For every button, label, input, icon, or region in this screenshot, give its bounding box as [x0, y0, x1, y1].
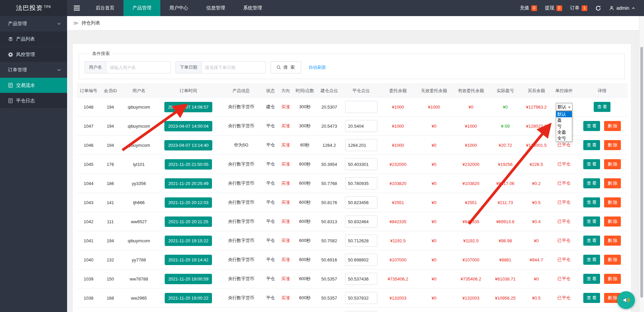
nav-item-4[interactable]: 系统管理 — [234, 0, 271, 16]
close-point-input[interactable] — [345, 177, 377, 189]
column-header: 详情 — [577, 84, 628, 98]
order-time-button[interactable]: 2021-11-20 20:25:49 — [165, 178, 212, 189]
order-time-button[interactable]: 2021-11-20 19:00:59 — [165, 274, 212, 284]
close-point-input[interactable] — [345, 254, 377, 266]
app-header: 法巴投资TP6 后台首页产品管理用户中心信息管理系统管理 充值0提现0订单1 a… — [0, 0, 644, 16]
order-date-input[interactable] — [202, 61, 266, 73]
app-logo: 法巴投资TP6 — [0, 0, 67, 16]
cell-open-point: 1264.2 — [317, 136, 342, 155]
close-point-input[interactable] — [345, 139, 377, 151]
delete-button[interactable]: 删除 — [604, 121, 621, 131]
sidebar-item-3[interactable]: 订单管理 — [0, 62, 67, 78]
cell-detail: 查看 删除 — [577, 117, 628, 136]
cell-control: 已平仓 — [551, 155, 577, 174]
view-button[interactable]: 查看 — [583, 178, 600, 188]
view-button[interactable]: 查看 — [583, 121, 600, 131]
cell-detail: 查看 删除 — [577, 193, 628, 212]
cell-duration: 600秒 — [293, 212, 317, 231]
table-row: 1042 111 ww8527 2021-11-20 20:11:25 央行数字… — [77, 212, 628, 231]
delete-button[interactable]: 删除 — [604, 216, 621, 227]
nav-item-1[interactable]: 产品管理 — [123, 0, 160, 16]
order-time-button[interactable]: 2021-11-20 19:00:22 — [165, 293, 212, 303]
order-time-button[interactable]: 2021-11-20 21:50:05 — [165, 159, 212, 170]
close-point-input[interactable] — [345, 120, 377, 132]
cell-status: 平仓 — [263, 269, 278, 289]
order-time-button[interactable]: 2021-11-20 20:11:25 — [165, 216, 212, 227]
auto-refresh-link[interactable]: 自动刷新 — [309, 64, 326, 70]
cell-open-point: 20.5473 — [317, 117, 342, 136]
close-point-input[interactable] — [345, 101, 377, 113]
nav-item-3[interactable]: 信息管理 — [197, 0, 234, 16]
user-menu[interactable]: admin — [609, 5, 635, 11]
order-time-button[interactable]: 2023-04-07 14:08:57 — [164, 102, 212, 112]
order-time-button[interactable]: 2021-11-20 19:15:22 — [165, 236, 212, 246]
dropdown-option-2[interactable]: 亏 — [556, 123, 572, 129]
cell-duration: 600秒 — [293, 289, 317, 308]
hamburger-menu-icon[interactable] — [67, 0, 87, 16]
view-button[interactable]: 查看 — [583, 293, 600, 303]
chevron-up-icon — [632, 6, 635, 10]
delete-button[interactable]: 删除 — [604, 255, 621, 265]
close-point-input[interactable] — [345, 196, 377, 208]
delete-button[interactable]: 删除 — [604, 274, 621, 284]
view-button[interactable]: 查看 — [583, 140, 600, 150]
view-button[interactable]: 查看 — [583, 236, 600, 246]
cell-invalid-entrust: ¥0 — [416, 231, 452, 250]
delete-button[interactable]: 删除 — [604, 159, 621, 169]
sidebar-item-2[interactable]: 风控管理 — [0, 47, 67, 62]
audio-float-button[interactable] — [617, 291, 635, 309]
sidebar-item-1[interactable]: 产品列表 — [0, 32, 67, 47]
header-stat-0[interactable]: 充值0 — [520, 5, 537, 11]
cell-profit: ¥61038.71 — [489, 269, 521, 289]
control-closed-label: 已平仓 — [557, 219, 571, 224]
close-point-input[interactable] — [345, 215, 377, 228]
cell-invalid-entrust: ¥0 — [416, 250, 452, 269]
cell-profit: ¥98.98 — [489, 231, 521, 250]
sidebar-item-0[interactable]: 产品管理 — [0, 16, 67, 32]
header-stat-2[interactable]: 订单1 — [570, 5, 587, 11]
view-button[interactable]: 查看 — [583, 274, 600, 284]
delete-button[interactable]: 删除 — [604, 140, 621, 150]
dropdown-option-3[interactable]: 全盈 — [556, 129, 572, 135]
order-time-button[interactable]: 2023-04-07 14:00:04 — [164, 121, 212, 131]
sidebar-item-5[interactable]: 平仓日志 — [0, 93, 67, 109]
cell-product: 央行数字货币 — [219, 155, 263, 174]
delete-button[interactable]: 删除 — [604, 197, 621, 207]
close-point-input[interactable] — [345, 273, 377, 285]
close-point-input[interactable] — [345, 158, 377, 170]
cell-member-id: 168 — [100, 289, 120, 308]
nav-item-2[interactable]: 用户中心 — [160, 0, 197, 16]
view-button[interactable]: 查看 — [583, 159, 600, 169]
username-input[interactable] — [106, 61, 171, 73]
delete-button[interactable]: 删除 — [604, 236, 621, 246]
search-button[interactable]: 搜 索 — [271, 61, 301, 73]
column-header: 订单编号 — [77, 84, 100, 98]
column-header: 用户名 — [120, 84, 157, 98]
order-time-button[interactable]: 2021-11-20 20:12:03 — [165, 197, 212, 208]
cell-profit: ¥211.73 — [489, 193, 521, 212]
gear-icon — [8, 52, 13, 57]
nav-item-0[interactable]: 后台首页 — [87, 0, 123, 16]
view-button[interactable]: 查看 — [583, 255, 600, 265]
username: admin — [616, 5, 629, 11]
refresh-icon[interactable] — [595, 5, 601, 11]
view-button[interactable]: 查看 — [583, 216, 600, 227]
dropdown-option-0[interactable]: 默认 — [556, 111, 572, 117]
header-stat-1[interactable]: 提现0 — [545, 5, 562, 11]
control-select[interactable]: 默认 默认盈亏全盈全亏 — [556, 103, 573, 111]
cell-invalid-entrust: ¥0 — [416, 155, 452, 174]
sidebar-item-4[interactable]: 交易流水 — [0, 78, 67, 93]
cell-direction: 买涨 — [278, 117, 293, 136]
close-point-input[interactable] — [345, 235, 377, 247]
delete-button[interactable]: 删除 — [604, 178, 621, 188]
dropdown-option-4[interactable]: 全亏 — [556, 135, 572, 141]
view-button[interactable]: 查看 — [594, 102, 610, 112]
view-button[interactable]: 查看 — [583, 197, 600, 207]
table-row: 1037 173 wk6212 2021-11-20 17:37:05 央行数字… — [77, 308, 628, 312]
scrollbar-thumb[interactable] — [640, 47, 643, 298]
order-time-button[interactable]: 2023-04-07 13:14:40 — [164, 140, 212, 150]
dropdown-option-1[interactable]: 盈 — [556, 117, 572, 123]
close-point-input[interactable] — [345, 292, 377, 304]
order-time-button[interactable]: 2021-11-20 19:14:42 — [165, 255, 212, 265]
cell-entrust-balance: ¥1000 — [380, 117, 416, 136]
